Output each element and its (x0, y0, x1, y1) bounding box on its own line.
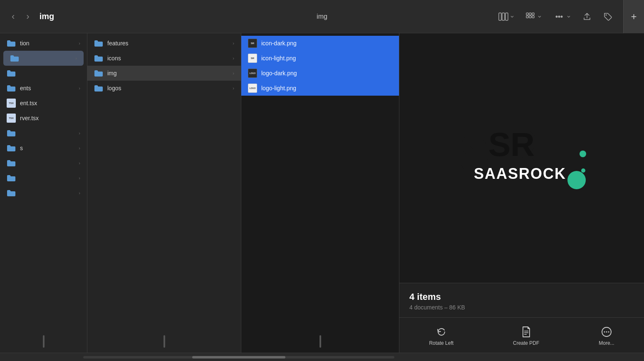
svg-point-25 (604, 331, 605, 333)
svg-point-19 (567, 171, 586, 189)
icon-dark-file[interactable]: SR icon-dark.png (241, 36, 399, 51)
icons-folder[interactable]: icons › (87, 51, 241, 66)
item-label: icon-light.png (261, 55, 392, 62)
chevron-icon: › (233, 86, 234, 91)
folder-icon (7, 144, 16, 152)
item-label: s (20, 145, 74, 151)
folder-icon (94, 54, 103, 62)
item-label: icon-dark.png (261, 40, 392, 47)
column-3: SR icon-dark.png SR icon-light.png LOGO … (241, 33, 399, 353)
item-label: tion (20, 40, 74, 47)
logo-light-file[interactable]: LOGO logo-light.png (241, 81, 399, 96)
back-button[interactable]: ‹ (8, 9, 18, 25)
scrollbar-thumb[interactable] (192, 356, 285, 359)
item-label: logos (107, 85, 228, 91)
file-icon: SR (248, 54, 257, 63)
item-label: features (107, 40, 228, 47)
list-item[interactable]: TSX ent.tsx (0, 96, 87, 111)
file-icon: LOGO (248, 69, 257, 78)
chevron-icon: › (79, 190, 80, 195)
more-icon (553, 12, 565, 21)
preview-image-area: SR SR SAASROCK (399, 33, 644, 283)
svg-point-9 (556, 15, 558, 17)
create-pdf-label: Create PDF (513, 340, 539, 346)
logos-folder[interactable]: logos › (87, 81, 241, 96)
list-item[interactable]: › (0, 156, 87, 171)
more-button[interactable]: More... (590, 323, 622, 349)
list-item[interactable]: › (0, 171, 87, 185)
folder-icon (7, 40, 16, 47)
center-title: img (317, 13, 327, 20)
folder-icon (7, 69, 16, 77)
list-item[interactable]: TSX rver.tsx (0, 111, 87, 126)
list-item[interactable]: › (0, 185, 87, 200)
file-icon: LOGO (248, 84, 257, 93)
list-item[interactable]: tion › (0, 36, 87, 51)
svg-rect-4 (529, 13, 531, 15)
resize-handle-2[interactable] (163, 335, 165, 348)
share-button[interactable] (580, 10, 594, 24)
rotate-left-button[interactable]: Rotate Left (421, 323, 462, 349)
svg-rect-0 (499, 13, 501, 20)
tag-button[interactable] (601, 10, 615, 24)
preview-pane: SR SR SAASROCK 4 items 4 documents – 86 … (399, 33, 644, 353)
svg-rect-5 (532, 13, 534, 15)
saasrock-logo-preview: SR SR SAASROCK (451, 106, 592, 210)
column-1: tion › › (0, 33, 87, 353)
chevron-icon: › (75, 56, 77, 61)
folder-icon (7, 159, 16, 167)
list-item[interactable]: › (0, 126, 87, 141)
folder-icon (94, 69, 103, 77)
horizontal-scrollbar[interactable] (83, 356, 394, 359)
svg-point-26 (606, 331, 607, 333)
columns-view-button[interactable] (496, 10, 517, 23)
item-label: img (107, 70, 228, 77)
svg-text:SR: SR (488, 126, 535, 163)
file-icon: SR (248, 39, 257, 48)
svg-rect-2 (505, 13, 508, 20)
item-label: logo-dark.png (261, 70, 392, 77)
chevron-down-icon-3 (567, 15, 571, 19)
svg-rect-1 (502, 13, 505, 20)
logo-dark-file[interactable]: LOGO logo-dark.png (241, 66, 399, 81)
img-folder[interactable]: img › (87, 66, 241, 81)
svg-rect-6 (526, 16, 528, 18)
item-label: ent.tsx (20, 100, 80, 106)
item-label: icons (107, 55, 228, 62)
chevron-icon: › (233, 56, 234, 61)
folder-icon (94, 84, 103, 92)
resize-handle-1[interactable] (43, 335, 45, 348)
resize-handle-3[interactable] (320, 335, 321, 348)
preview-actions: Rotate Left Create PDF (399, 317, 644, 353)
svg-point-12 (606, 14, 607, 15)
chevron-icon: › (233, 41, 234, 46)
forward-button[interactable]: › (23, 9, 32, 25)
list-item[interactable]: ents › (0, 81, 87, 96)
item-label: logo-light.png (261, 85, 392, 91)
scrollbar-area (0, 353, 644, 361)
list-item[interactable]: › (3, 51, 84, 66)
folder-icon (7, 174, 16, 182)
chevron-icon: › (79, 131, 80, 136)
folder-icon (10, 54, 19, 62)
chevron-icon: › (79, 176, 80, 180)
svg-point-27 (608, 331, 609, 333)
share-icon (582, 12, 592, 21)
list-item[interactable] (0, 66, 87, 81)
icon-light-file[interactable]: SR icon-light.png (241, 51, 399, 66)
grid-icon (526, 12, 536, 21)
list-item[interactable]: s › (0, 141, 87, 156)
item-label: ents (20, 85, 74, 91)
file-icon: TSX (7, 114, 16, 123)
svg-rect-3 (526, 13, 528, 15)
chevron-icon: › (79, 146, 80, 151)
create-pdf-button[interactable]: Create PDF (505, 323, 547, 349)
features-folder[interactable]: features › (87, 36, 241, 51)
add-button[interactable]: + (623, 0, 644, 33)
chevron-icon: › (79, 41, 80, 46)
more-label: More... (599, 340, 614, 346)
svg-text:SAASROCK: SAASROCK (474, 165, 566, 182)
grid-view-button[interactable] (523, 10, 544, 23)
more-options-button[interactable] (551, 10, 573, 23)
column-2: features › icons › img › (87, 33, 241, 353)
